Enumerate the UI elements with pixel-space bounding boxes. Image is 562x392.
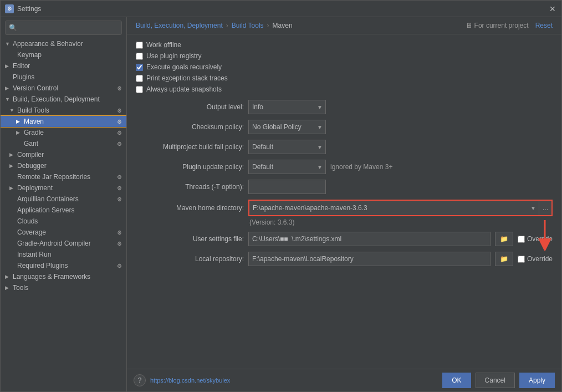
arrow-icon: ▼ [5, 41, 13, 47]
maven-version: (Version: 3.6.3) [136, 218, 553, 226]
main-panel: Build, Execution, Deployment › Build Too… [127, 17, 561, 391]
sidebar-item-label: Debugger [17, 162, 122, 170]
sidebar-item-tools[interactable]: ▶ Tools [1, 282, 126, 293]
checkbox-use-plugin-registry: Use plugin registry [136, 52, 553, 60]
work-offline-checkbox[interactable] [136, 42, 143, 49]
sidebar-item-label: Gradle-Android Compiler [17, 240, 115, 247]
sidebar-item-gradle[interactable]: ▶ Gradle ⚙ [1, 127, 126, 138]
close-button[interactable]: ✕ [548, 4, 557, 13]
breadcrumb-project: 🖥 For current project [466, 22, 529, 29]
local-repo-row: Local repository: 📁 Override [136, 252, 553, 266]
sidebar-item-version-control[interactable]: ▶ Version Control ⚙ [1, 83, 126, 94]
user-settings-override-label: Override [527, 235, 553, 243]
reset-button[interactable]: Reset [535, 22, 553, 29]
use-plugin-registry-label: Use plugin registry [146, 52, 201, 60]
sidebar-item-editor[interactable]: ▶ Editor [1, 60, 126, 72]
sidebar-item-label: Deployment [17, 184, 115, 192]
settings-icon: ⚙ [117, 185, 122, 191]
execute-goals-recursively-checkbox[interactable] [136, 64, 143, 71]
user-settings-browse-button[interactable]: 📁 [495, 232, 513, 246]
checksum-policy-label: Checksum policy: [136, 123, 244, 131]
checkbox-always-update: Always update snapshots [136, 85, 553, 93]
sidebar-item-required-plugins[interactable]: Required Plugins ⚙ [1, 260, 126, 271]
multiproject-select[interactable]: Default Always At End Never [248, 140, 326, 154]
sidebar-item-compiler[interactable]: ▶ Compiler [1, 149, 126, 160]
sidebar-item-languages-frameworks[interactable]: ▶ Languages & Frameworks [1, 271, 126, 282]
print-exception-checkbox[interactable] [136, 75, 143, 82]
local-repo-label: Local repository: [136, 255, 244, 263]
user-settings-row: User settings file: 📁 Override [136, 232, 553, 246]
sidebar-item-plugins[interactable]: Plugins [1, 72, 126, 83]
sidebar-item-label: Gradle [24, 129, 115, 136]
sidebar-item-coverage[interactable]: Coverage ⚙ [1, 227, 126, 238]
sidebar-item-label: Maven [24, 118, 115, 125]
sidebar-item-label: Instant Run [17, 251, 122, 258]
user-settings-input[interactable] [248, 232, 491, 246]
multiproject-row: Multiproject build fail policy: Default … [136, 140, 553, 154]
sidebar-item-label: Version Control [13, 84, 115, 92]
breadcrumb-build-execution[interactable]: Build, Execution, Deployment [136, 22, 223, 29]
project-label: For current project [474, 22, 529, 29]
sidebar-item-build-execution-deployment[interactable]: ▼ Build, Execution, Deployment [1, 94, 126, 105]
settings-icon: ⚙ [117, 141, 122, 147]
arrow-icon: ▶ [9, 163, 17, 169]
local-repo-browse-button[interactable]: 📁 [495, 252, 513, 266]
arrow-icon: ▶ [5, 274, 13, 279]
search-box[interactable]: 🔍 [5, 21, 122, 35]
maven-home-row: Maven home directory: F:\apache-maven\ap… [136, 200, 553, 216]
sidebar-item-label: Coverage [17, 228, 115, 236]
local-repo-input[interactable] [248, 252, 491, 266]
sidebar-item-debugger[interactable]: ▶ Debugger [1, 160, 126, 171]
sidebar-item-application-servers[interactable]: Application Servers [1, 205, 126, 216]
search-input[interactable] [19, 24, 118, 32]
always-update-label: Always update snapshots [146, 85, 222, 93]
local-repo-override-checkbox[interactable] [518, 256, 525, 263]
plugin-update-select-wrapper: Default Always Never Daily ▼ [248, 160, 326, 174]
output-level-select[interactable]: Info Debug Warn Error [248, 100, 326, 114]
plugin-update-select[interactable]: Default Always Never Daily [248, 160, 326, 174]
print-exception-label: Print exception stack traces [146, 74, 228, 82]
sidebar-item-remote-jar[interactable]: Remote Jar Repositories ⚙ [1, 171, 126, 182]
arrow-icon: ▼ [9, 108, 17, 113]
sidebar-item-gant[interactable]: Gant ⚙ [1, 138, 126, 149]
use-plugin-registry-checkbox[interactable] [136, 53, 143, 60]
output-level-label: Output level: [136, 103, 244, 111]
sidebar-item-arquillian[interactable]: Arquillian Containers ⚙ [1, 194, 126, 205]
apply-button[interactable]: Apply [519, 373, 555, 388]
sidebar-item-label: Build, Execution, Deployment [13, 95, 122, 103]
breadcrumb-build-tools[interactable]: Build Tools [232, 22, 264, 29]
sidebar-item-instant-run[interactable]: Instant Run [1, 249, 126, 260]
output-level-row: Output level: Info Debug Warn Error ▼ [136, 100, 553, 114]
status-url: https://blog.csdn.net/skybulex [150, 377, 230, 384]
breadcrumb-maven: Maven [273, 22, 293, 29]
settings-form: Work offline Use plugin registry Execute… [127, 34, 561, 369]
sidebar-item-maven[interactable]: ▶ Maven ⚙ [1, 116, 126, 127]
threads-input[interactable] [248, 180, 326, 194]
cancel-button[interactable]: Cancel [476, 373, 515, 388]
sidebar-item-label: Gant [24, 140, 115, 147]
settings-icon: ⚙ [117, 241, 122, 247]
checksum-policy-select[interactable]: No Global Policy Fail Warn Ignore [248, 120, 326, 134]
maven-home-browse-button[interactable]: ... [539, 201, 551, 215]
bottom-bar: ? https://blog.csdn.net/skybulex OK Canc… [127, 369, 561, 391]
execute-goals-recursively-label: Execute goals recursively [146, 63, 222, 71]
sidebar-item-deployment[interactable]: ▶ Deployment ⚙ [1, 182, 126, 194]
arrow-icon: ▶ [5, 285, 13, 291]
maven-home-select[interactable]: F:\apache-maven\apache-maven-3.6.3 Bundl… [249, 201, 539, 215]
sidebar-item-clouds[interactable]: Clouds [1, 216, 126, 227]
arrow-icon: ▶ [9, 185, 17, 191]
sidebar-item-gradle-android[interactable]: Gradle-Android Compiler ⚙ [1, 238, 126, 249]
always-update-checkbox[interactable] [136, 86, 143, 93]
arrow-icon: ▼ [5, 96, 13, 102]
settings-icon: ⚙ [117, 263, 122, 269]
user-settings-override-checkbox[interactable] [518, 236, 525, 243]
arrow-icon: ▶ [16, 130, 24, 135]
sidebar-item-appearance-behavior[interactable]: ▼ Appearance & Behavior [1, 38, 126, 49]
form-wrapper: Work offline Use plugin registry Execute… [127, 34, 561, 369]
user-settings-label: User settings file: [136, 235, 244, 243]
output-level-select-wrapper: Info Debug Warn Error ▼ [248, 100, 326, 114]
sidebar-item-keymap[interactable]: Keymap [1, 49, 126, 60]
sidebar-item-build-tools[interactable]: ▼ Build Tools ⚙ [1, 105, 126, 116]
help-button[interactable]: ? [134, 374, 146, 386]
ok-button[interactable]: OK [442, 373, 471, 388]
